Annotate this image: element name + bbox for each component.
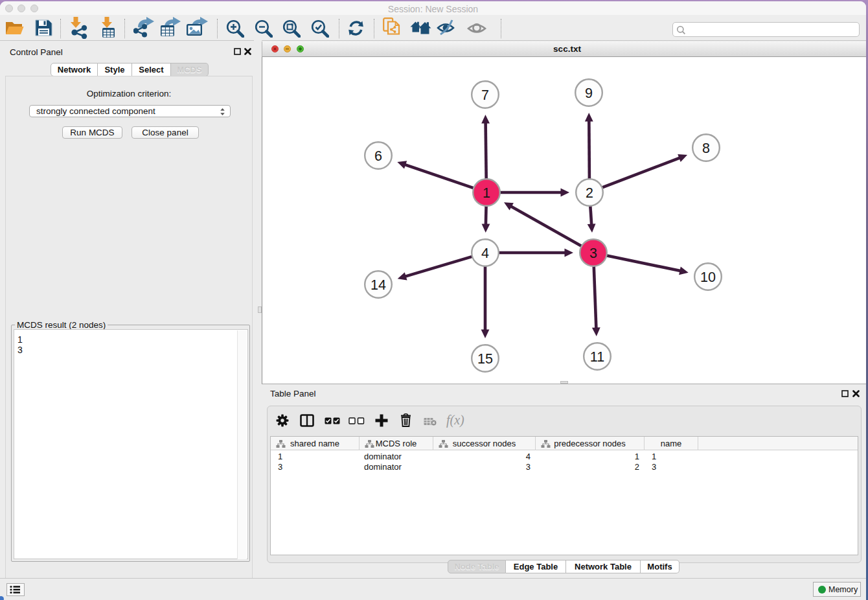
svg-text:1: 1	[483, 185, 490, 201]
svg-text:4: 4	[481, 246, 489, 261]
svg-text:9: 9	[585, 86, 593, 101]
svg-text:3: 3	[589, 246, 597, 261]
svg-text:10: 10	[700, 270, 716, 285]
svg-text:2: 2	[586, 185, 593, 201]
svg-text:15: 15	[477, 351, 493, 367]
svg-text:8: 8	[702, 141, 710, 156]
svg-text:14: 14	[371, 277, 386, 293]
svg-text:7: 7	[481, 87, 489, 103]
svg-text:11: 11	[590, 349, 604, 365]
svg-text:6: 6	[374, 148, 382, 164]
